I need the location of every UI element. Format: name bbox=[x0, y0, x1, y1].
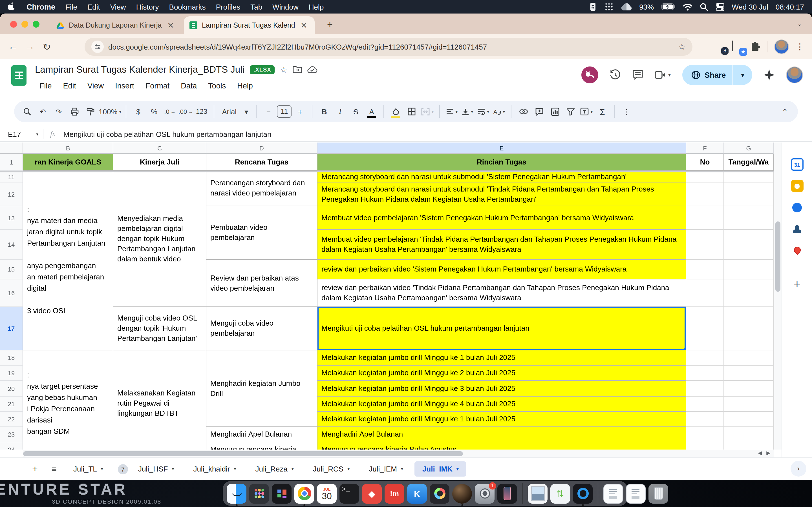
sheet-tab-caret[interactable]: ▾ bbox=[401, 466, 403, 471]
sheets-menu-edit[interactable]: Edit bbox=[59, 80, 81, 91]
dock-icon-im[interactable]: !m bbox=[385, 484, 404, 503]
dock-icon-doc2[interactable] bbox=[626, 484, 646, 503]
cell-E21[interactable]: Melakukan kegiatan jumbo drill Minggu ke… bbox=[317, 397, 686, 412]
cell-E20[interactable]: Melakukan kegiatan jumbo drill Minggu ke… bbox=[317, 381, 686, 397]
dock-icon-finder[interactable] bbox=[227, 484, 246, 503]
browser-menu-kebab-icon[interactable]: ⋮ bbox=[796, 42, 804, 52]
site-settings-icon[interactable] bbox=[91, 41, 104, 53]
extension-icon-badge-8[interactable]: 8 bbox=[714, 41, 725, 52]
cell-E15[interactable]: review dan perbaikan video 'Sistem Peneg… bbox=[317, 260, 686, 279]
control-center-icon[interactable] bbox=[715, 3, 724, 11]
filter-views-button[interactable]: ▾ bbox=[579, 104, 594, 119]
menubar-item-window[interactable]: Window bbox=[272, 3, 299, 11]
cell-F16[interactable] bbox=[686, 279, 724, 307]
browser-profile-avatar[interactable] bbox=[774, 40, 789, 54]
dock-icon-doc1[interactable] bbox=[603, 484, 623, 503]
menubar-item-edit[interactable]: Edit bbox=[87, 3, 100, 11]
spreadsheet-grid[interactable]: BCDEFG1ran Kinerja GOALSKinerja JuliRenc… bbox=[0, 143, 774, 450]
row-header-14[interactable]: 14 bbox=[0, 230, 23, 260]
strikethrough-button[interactable]: S bbox=[349, 104, 363, 119]
gemini-sparkle-icon[interactable] bbox=[763, 69, 775, 80]
cell-C11[interactable]: Menyediakan media pembelajaran digital d… bbox=[113, 171, 206, 307]
toolbar-more-kebab[interactable]: ⋮ bbox=[619, 104, 634, 119]
dock-icon-cal[interactable]: JUL30 bbox=[317, 484, 337, 503]
horizontal-align-button[interactable]: ▾ bbox=[444, 104, 459, 119]
cell-F21[interactable] bbox=[686, 397, 724, 412]
sheets-menu-format[interactable]: Format bbox=[141, 80, 174, 91]
header-cell-F[interactable]: No bbox=[686, 154, 724, 171]
cell-E23[interactable]: Menghadiri Apel Bulanan bbox=[317, 427, 686, 442]
sheet-tab-caret[interactable]: ▾ bbox=[101, 466, 103, 471]
paint-format-icon[interactable] bbox=[83, 104, 98, 119]
sheet-tab-Juli_IEM[interactable]: Juli_IEM▾ bbox=[361, 461, 411, 476]
cell-G24[interactable] bbox=[724, 442, 774, 450]
cell-E17[interactable]: Mengikuti uji coba pelatihan OSL hukum p… bbox=[317, 307, 686, 350]
sheets-logo[interactable] bbox=[11, 65, 27, 86]
side-panel-contacts-icon[interactable] bbox=[791, 223, 803, 235]
sheets-menu-insert[interactable]: Insert bbox=[110, 80, 139, 91]
font-size-input[interactable]: 11 bbox=[277, 105, 292, 118]
zoom-select[interactable]: 100%▾ bbox=[99, 104, 121, 119]
cell-G22[interactable] bbox=[724, 412, 774, 427]
horizontal-scrollbar[interactable]: ◀▶ bbox=[23, 450, 774, 457]
merge-cells-button[interactable]: ▾ bbox=[420, 104, 435, 119]
sheet-tab-Juli_HSF[interactable]: Juli_HSF▾ bbox=[130, 461, 182, 476]
side-panel-tasks-icon[interactable] bbox=[791, 201, 803, 214]
decrease-decimal-icon[interactable]: .0← bbox=[163, 104, 177, 119]
user-avatar[interactable] bbox=[786, 66, 803, 83]
print-icon[interactable] bbox=[67, 104, 82, 119]
cell-G15[interactable] bbox=[724, 260, 774, 279]
vertical-align-button[interactable]: ▾ bbox=[460, 104, 475, 119]
menubar-item-help[interactable]: Help bbox=[309, 3, 324, 11]
sheet-tab-Juli_RCS[interactable]: Juli_RCS▾ bbox=[305, 461, 357, 476]
star-doc-icon[interactable]: ☆ bbox=[280, 65, 287, 74]
extension-icon-star-badge[interactable]: ★ bbox=[732, 41, 743, 52]
cell-F23[interactable] bbox=[686, 427, 724, 442]
increase-decimal-icon[interactable]: .00→ bbox=[179, 104, 193, 119]
dock-icon-launchpad[interactable] bbox=[249, 484, 269, 503]
menubar-item-profiles[interactable]: Profiles bbox=[216, 3, 241, 11]
format-currency-icon[interactable]: $ bbox=[131, 104, 146, 119]
dock-icon-settings[interactable]: 1 bbox=[475, 484, 495, 503]
doc-title[interactable]: Lampiran Surat Tugas Kalender Kinerja_BD… bbox=[35, 64, 245, 75]
cell-F17[interactable] bbox=[686, 307, 724, 350]
all-sheets-button[interactable]: ≡ bbox=[46, 464, 62, 474]
omnibox[interactable]: docs.google.com/spreadsheets/d/19Wq4exrf… bbox=[85, 38, 693, 56]
vertical-scrollbar-thumb[interactable] bbox=[775, 221, 780, 292]
sheets-menu-tools[interactable]: Tools bbox=[204, 80, 231, 91]
cell-F20[interactable] bbox=[686, 381, 724, 397]
scroll-left-arrow[interactable]: ◀ bbox=[758, 450, 762, 456]
sheet-tab-caret[interactable]: ▾ bbox=[347, 466, 350, 471]
sheets-menu-file[interactable]: File bbox=[35, 80, 56, 91]
sheets-menu-help[interactable]: Help bbox=[233, 80, 257, 91]
side-panel-maps-icon[interactable] bbox=[791, 244, 803, 256]
collapse-toolbar-chevron[interactable]: ⌃ bbox=[777, 104, 792, 119]
screen-mirroring-icon[interactable] bbox=[589, 2, 597, 11]
row-header-24[interactable]: 24 bbox=[0, 442, 23, 450]
header-cell-D[interactable]: Rencana Tugas bbox=[206, 154, 317, 171]
reload-button[interactable]: ↻ bbox=[38, 41, 55, 53]
row-header-21[interactable]: 21 bbox=[0, 397, 23, 412]
header-cell-B[interactable]: ran Kinerja GOALS bbox=[23, 154, 113, 171]
borders-button[interactable] bbox=[404, 104, 419, 119]
comments-icon[interactable] bbox=[632, 69, 644, 80]
column-header-B[interactable]: B bbox=[23, 143, 113, 154]
presence-avatar[interactable] bbox=[581, 66, 598, 83]
side-panel-toggle[interactable]: › bbox=[791, 461, 806, 476]
cell-B11[interactable]: :nya materi dan mediajaran digital untuk… bbox=[23, 171, 113, 350]
fill-color-button[interactable] bbox=[389, 104, 403, 119]
cell-G18[interactable] bbox=[724, 350, 774, 365]
sheets-menu-data[interactable]: Data bbox=[176, 80, 201, 91]
wifi-icon[interactable] bbox=[682, 3, 692, 10]
cell-E13[interactable]: Membuat video pembelajaran 'Sistem Peneg… bbox=[317, 206, 686, 230]
menubar-item-view[interactable]: View bbox=[110, 3, 126, 11]
row-header-12[interactable]: 12 bbox=[0, 183, 23, 206]
column-header-E[interactable]: E bbox=[317, 143, 686, 154]
cell-G21[interactable] bbox=[724, 397, 774, 412]
menubar-app-name[interactable]: Chrome bbox=[27, 3, 55, 11]
cell-F18[interactable] bbox=[686, 350, 724, 365]
column-header-F[interactable]: F bbox=[686, 143, 724, 154]
toolbar-search-icon[interactable] bbox=[20, 104, 35, 119]
number-format-button[interactable]: 123 bbox=[194, 104, 209, 119]
header-cell-G[interactable]: Tanggal/Wa bbox=[724, 154, 774, 171]
